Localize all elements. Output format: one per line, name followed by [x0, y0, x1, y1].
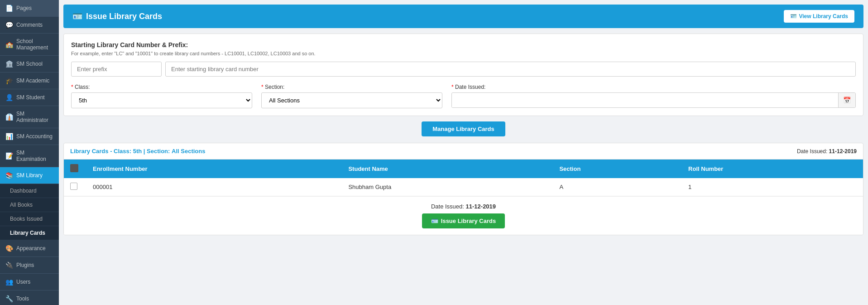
- row-checkbox-cell: [64, 178, 86, 196]
- sidebar-item-sm-administrator[interactable]: 👔 SM Administrator: [0, 106, 59, 128]
- sidebar-sub-library-cards[interactable]: Library Cards: [0, 226, 59, 240]
- sidebar-item-label: Plugins: [16, 262, 34, 268]
- sidebar-item-label: SM Administrator: [16, 111, 53, 123]
- sidebar-item-plugins[interactable]: 🔌 Plugins: [0, 257, 59, 274]
- sidebar-item-label: Appearance: [16, 245, 46, 252]
- row-enrollment: 000001: [86, 178, 342, 196]
- sidebar-item-label: School Management: [16, 38, 53, 51]
- form-section-title: Starting Library Card Number & Prefix:: [71, 41, 856, 48]
- form-section-subtitle: For example, enter "LC" and "10001" to c…: [71, 51, 856, 56]
- sidebar-item-appearance[interactable]: 🎨 Appearance: [0, 240, 59, 257]
- manage-row: Manage Library Cards: [63, 121, 863, 136]
- header-icon: 🪪: [72, 11, 82, 21]
- prefix-input[interactable]: [71, 62, 162, 77]
- col-checkbox: [64, 160, 86, 178]
- school-management-icon: 🏫: [5, 41, 13, 48]
- sidebar-item-school-management[interactable]: 🏫 School Management: [0, 34, 59, 56]
- table-body: 000001 Shubham Gupta A 1: [64, 178, 863, 196]
- sidebar-sub-books-issued[interactable]: Books Issued: [0, 212, 59, 226]
- sidebar-item-label: SM Examination: [16, 150, 53, 162]
- col-enrollment: Enrollment Number: [86, 160, 342, 178]
- row-checkbox[interactable]: [70, 183, 77, 190]
- date-wrapper: 11-12-2019 📅: [451, 92, 856, 108]
- table-date-info: Date Issued: 11-12-2019: [797, 148, 857, 155]
- card-number-input[interactable]: [165, 62, 856, 77]
- sidebar-item-label: Pages: [16, 5, 32, 11]
- sidebar-item-sm-academic[interactable]: 🎓 SM Academic: [0, 73, 59, 89]
- table-row: 000001 Shubham Gupta A 1: [64, 178, 863, 196]
- prefix-row: [71, 62, 856, 77]
- page-header: 🪪 Issue Library Cards 🪪 View Library Car…: [63, 5, 863, 28]
- comments-icon: 💬: [5, 21, 13, 29]
- footer-date-label: Date Issued: 11-12-2019: [70, 203, 857, 210]
- table-class-info: Library Cards - Class: 5th | Section: Al…: [70, 148, 205, 155]
- main-content: 🪪 Issue Library Cards 🪪 View Library Car…: [59, 0, 868, 305]
- sidebar-item-sm-student[interactable]: 👤 SM Student: [0, 89, 59, 106]
- col-section: Section: [553, 160, 682, 178]
- sidebar-item-tools[interactable]: 🔧 Tools: [0, 290, 59, 305]
- date-group: * Date Issued: 11-12-2019 📅: [451, 84, 856, 108]
- sidebar-item-sm-school[interactable]: 🏛️ SM School: [0, 56, 59, 73]
- section-label: * Section:: [261, 84, 442, 90]
- section-select[interactable]: All Sections: [261, 92, 442, 108]
- row-roll-number: 1: [682, 178, 863, 196]
- table-header-bar: Library Cards - Class: 5th | Section: Al…: [64, 143, 863, 160]
- sidebar-item-comments[interactable]: 💬 Comments: [0, 17, 59, 34]
- table-head: Enrollment Number Student Name Section R…: [64, 160, 863, 178]
- class-section-date-row: * Class: 5th * Section: All Sections * D…: [71, 84, 856, 108]
- sidebar-sub-menu: Dashboard All Books Books Issued Library…: [0, 184, 59, 240]
- plugins-icon: 🔌: [5, 261, 13, 269]
- section-group: * Section: All Sections: [261, 84, 442, 108]
- sidebar-item-sm-library[interactable]: 📚 SM Library: [0, 167, 59, 184]
- class-label: * Class:: [71, 84, 252, 90]
- sidebar-sub-dashboard[interactable]: Dashboard: [0, 184, 59, 198]
- view-library-cards-button[interactable]: 🪪 View Library Cards: [784, 10, 855, 23]
- issue-library-cards-button[interactable]: 🪪 Issue Library Cards: [422, 213, 505, 228]
- row-section: A: [553, 178, 682, 196]
- sidebar-item-sm-accounting[interactable]: 📊 SM Accounting: [0, 128, 59, 145]
- col-student-name: Student Name: [342, 160, 553, 178]
- sidebar-item-label: Users: [16, 279, 30, 285]
- sidebar-item-label: Comments: [16, 22, 43, 28]
- sm-academic-icon: 🎓: [5, 77, 13, 84]
- issue-btn-icon: 🪪: [431, 218, 438, 224]
- sm-accounting-icon: 📊: [5, 133, 13, 140]
- pages-icon: 📄: [5, 5, 13, 12]
- page-title: 🪪 Issue Library Cards: [72, 11, 162, 21]
- view-btn-icon: 🪪: [790, 13, 797, 19]
- sidebar-sub-all-books[interactable]: All Books: [0, 198, 59, 212]
- sidebar-item-label: SM School: [16, 61, 43, 67]
- sidebar-item-label: SM Student: [16, 94, 45, 101]
- sm-student-icon: 👤: [5, 94, 13, 101]
- select-all-checkbox[interactable]: [70, 164, 78, 172]
- sidebar-item-label: SM Academic: [16, 77, 49, 84]
- sm-admin-icon: 👔: [5, 113, 13, 121]
- tools-icon: 🔧: [5, 295, 13, 302]
- class-group: * Class: 5th: [71, 84, 252, 108]
- table-section: Library Cards - Class: 5th | Section: Al…: [63, 143, 863, 235]
- sidebar-item-users[interactable]: 👥 Users: [0, 274, 59, 290]
- sidebar: 📄 Pages 💬 Comments 🏫 School Management 🏛…: [0, 0, 59, 305]
- sm-library-icon: 📚: [5, 172, 13, 179]
- manage-library-cards-button[interactable]: Manage Library Cards: [422, 121, 505, 136]
- date-input[interactable]: 11-12-2019: [452, 93, 838, 107]
- table-footer: Date Issued: 11-12-2019 🪪 Issue Library …: [64, 196, 863, 235]
- appearance-icon: 🎨: [5, 245, 13, 252]
- sidebar-item-pages[interactable]: 📄 Pages: [0, 0, 59, 17]
- sidebar-item-sm-examination[interactable]: 📝 SM Examination: [0, 145, 59, 167]
- col-roll-number: Roll Number: [682, 160, 863, 178]
- sidebar-item-label: SM Accounting: [16, 133, 53, 140]
- class-select[interactable]: 5th: [71, 92, 252, 108]
- sm-school-icon: 🏛️: [5, 60, 13, 68]
- users-icon: 👥: [5, 278, 13, 286]
- sm-exam-icon: 📝: [5, 152, 13, 160]
- row-student-name: Shubham Gupta: [342, 178, 553, 196]
- library-cards-table: Enrollment Number Student Name Section R…: [64, 160, 863, 196]
- form-section: Starting Library Card Number & Prefix: F…: [63, 34, 863, 116]
- date-label: * Date Issued:: [451, 84, 856, 90]
- sidebar-item-label: Tools: [16, 295, 29, 302]
- sidebar-item-label: SM Library: [16, 172, 43, 179]
- calendar-icon[interactable]: 📅: [838, 93, 855, 107]
